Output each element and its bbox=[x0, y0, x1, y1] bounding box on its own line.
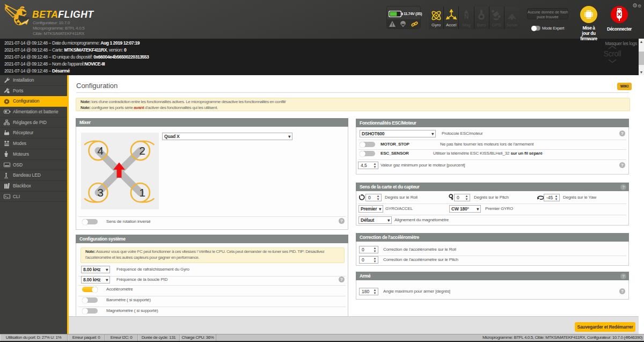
svg-text:1: 1 bbox=[139, 186, 145, 199]
svg-text:2: 2 bbox=[139, 144, 145, 157]
svg-text:3: 3 bbox=[97, 186, 104, 199]
svg-text:N: N bbox=[464, 13, 469, 20]
svg-text:4: 4 bbox=[97, 144, 104, 157]
